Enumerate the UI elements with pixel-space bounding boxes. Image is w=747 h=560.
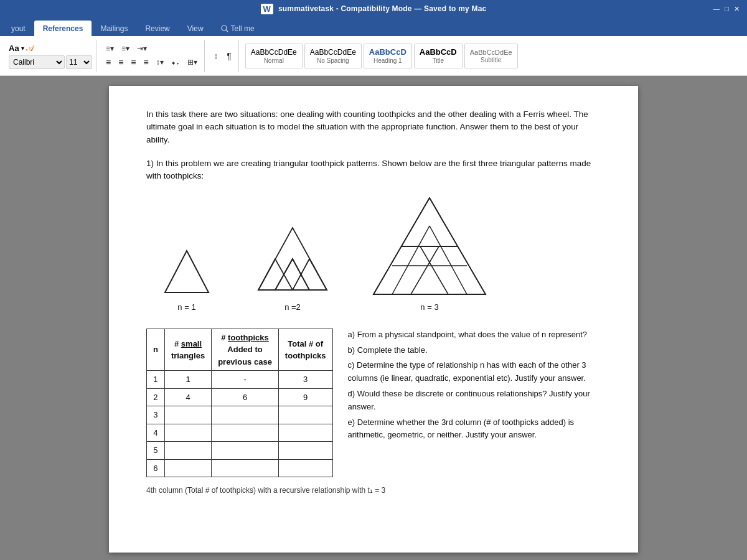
section1-heading: 1) In this problem we are creating trian… xyxy=(146,157,601,183)
intro-paragraph: In this task there are two situations: o… xyxy=(146,108,601,146)
ribbon-tabs: yout References Mailings Review View Tel… xyxy=(0,17,747,36)
svg-marker-7 xyxy=(275,259,309,290)
tab-layout[interactable]: yout xyxy=(2,21,34,36)
triangle-n3: n = 3 xyxy=(370,195,489,314)
col-header-total-toothpicks: Total # oftoothpicks xyxy=(278,329,332,371)
line-spacing-btn[interactable]: ↕▾ xyxy=(153,56,167,68)
cell-4-1 xyxy=(164,442,211,460)
col-header-n: n xyxy=(147,329,165,371)
cell-2-3 xyxy=(278,406,332,424)
align-right-btn[interactable]: ≡ xyxy=(128,56,139,68)
font-name-select[interactable]: Calibri xyxy=(9,55,65,69)
indent-btn[interactable]: ⇥▾ xyxy=(134,43,150,54)
cell-3-3 xyxy=(278,424,332,442)
search-icon xyxy=(221,25,228,32)
table-row: 6 xyxy=(147,459,333,477)
question-3: d) Would these be discrete or continuous… xyxy=(348,388,601,414)
toolbar: Aa ▾ 𝒜 Calibri 11 ≡▾ ≡▾ ⇥▾ ≡ ≡ ≡ ≡ ↕▾ xyxy=(0,36,747,76)
cell-1-3: 9 xyxy=(278,388,332,406)
style-heading1[interactable]: AaBbCcD Heading 1 xyxy=(364,44,412,68)
style-title[interactable]: AaBbCcD Title xyxy=(414,44,463,68)
cell-3-1 xyxy=(164,424,211,442)
svg-point-0 xyxy=(222,26,227,30)
tab-references[interactable]: References xyxy=(34,21,92,36)
table-row: 2469 xyxy=(147,388,333,406)
align-center-btn[interactable]: ≡ xyxy=(115,56,126,68)
table-row: 11-3 xyxy=(147,371,333,389)
styles-group: AaBbCcDdEe Normal AaBbCcDdEe No Spacing … xyxy=(242,40,522,72)
triangle-n2: n =2 xyxy=(252,223,333,314)
cell-3-0: 4 xyxy=(147,424,165,442)
col-header-toothpicks-added: # toothpicksAdded toprevious case xyxy=(212,329,279,371)
style-normal[interactable]: AaBbCcDdEe Normal xyxy=(245,44,303,68)
svg-line-14 xyxy=(392,226,430,294)
question-4: e) Determine whether the 3rd column (# o… xyxy=(348,416,601,442)
cell-5-2 xyxy=(212,459,279,477)
cell-1-1: 4 xyxy=(164,388,211,406)
page: In this task there are two situations: o… xyxy=(109,86,638,553)
svg-marker-5 xyxy=(275,259,309,290)
style-subtitle[interactable]: AaBbCcDdEe Subtitle xyxy=(464,44,518,68)
triangle-n2-label: n =2 xyxy=(252,301,333,314)
svg-marker-4 xyxy=(258,259,293,290)
cell-4-2 xyxy=(212,442,279,460)
cell-2-1 xyxy=(164,406,211,424)
table-row: 4 xyxy=(147,424,333,442)
cell-3-2 xyxy=(212,424,279,442)
question-2: c) Determine the type of relationship n … xyxy=(348,359,601,385)
cell-0-3: 3 xyxy=(278,371,332,389)
triangle-n1-label: n = 1 xyxy=(159,301,215,314)
cell-2-2 xyxy=(212,406,279,424)
cell-0-0: 1 xyxy=(147,371,165,389)
questions-column: a) From a physical standpoint, what does… xyxy=(348,329,601,478)
cell-1-2: 6 xyxy=(212,388,279,406)
justify-btn[interactable]: ≡ xyxy=(141,56,152,68)
data-table: n # smalltriangles # toothpicksAdded top… xyxy=(146,329,333,478)
table-questions-row: n # smalltriangles # toothpicksAdded top… xyxy=(146,329,601,478)
table-row: 5 xyxy=(147,442,333,460)
triangle-n3-label: n = 3 xyxy=(370,301,489,314)
svg-line-17 xyxy=(430,226,467,294)
font-name-display: Aa xyxy=(9,44,19,53)
style-no-spacing[interactable]: AaBbCcDdEe No Spacing xyxy=(304,44,362,68)
title-bar: W summativetask - Compatibility Mode — S… xyxy=(0,0,747,17)
document-area: In this task there are two situations: o… xyxy=(0,76,747,560)
question-1: b) Complete the table. xyxy=(348,344,601,357)
tab-review[interactable]: Review xyxy=(136,21,178,36)
window-controls[interactable]: —□✕ xyxy=(713,0,740,17)
align-left-btn[interactable]: ≡ xyxy=(103,56,114,68)
font-group: Aa ▾ 𝒜 Calibri 11 xyxy=(5,40,96,72)
document-title: summativetask - Compatibility Mode — Sav… xyxy=(278,4,486,13)
sort-btn[interactable]: ↕ xyxy=(211,50,222,62)
tab-tell-me[interactable]: Tell me xyxy=(212,21,263,36)
shading-btn[interactable]: ⬥▾ xyxy=(168,56,183,68)
triangles-row: n = 1 n =2 xyxy=(159,195,601,314)
app-icon: W xyxy=(261,4,273,14)
font-expand-icon[interactable]: ▾ xyxy=(21,45,24,52)
cell-5-0: 6 xyxy=(147,459,165,477)
cell-4-3 xyxy=(278,442,332,460)
cell-0-1: 1 xyxy=(164,371,211,389)
pilcrow-btn[interactable]: ¶ xyxy=(223,50,235,62)
sort-group: ↕ ¶ xyxy=(207,40,239,72)
borders-btn[interactable]: ⊞▾ xyxy=(184,56,200,68)
list-bullet-btn[interactable]: ≡▾ xyxy=(103,43,117,54)
question-0: a) From a physical standpoint, what does… xyxy=(348,329,601,342)
cell-5-1 xyxy=(164,459,211,477)
svg-marker-6 xyxy=(293,259,327,290)
svg-line-1 xyxy=(226,30,228,32)
cell-1-0: 2 xyxy=(147,388,165,406)
list-number-btn[interactable]: ≡▾ xyxy=(118,43,133,54)
tab-mailings[interactable]: Mailings xyxy=(92,21,136,36)
paragraph-group: ≡▾ ≡▾ ⇥▾ ≡ ≡ ≡ ≡ ↕▾ ⬥▾ ⊞▾ xyxy=(99,40,205,72)
cell-5-3 xyxy=(278,459,332,477)
tab-view[interactable]: View xyxy=(179,21,212,36)
cell-4-0: 5 xyxy=(147,442,165,460)
font-paintbrush-icon[interactable]: 𝒜 xyxy=(26,43,34,54)
cell-0-2: - xyxy=(212,371,279,389)
table-row: 3 xyxy=(147,406,333,424)
triangle-n1: n = 1 xyxy=(159,248,215,314)
svg-marker-2 xyxy=(165,251,209,292)
font-size-select[interactable]: 11 xyxy=(66,55,92,69)
cell-2-0: 3 xyxy=(147,406,165,424)
